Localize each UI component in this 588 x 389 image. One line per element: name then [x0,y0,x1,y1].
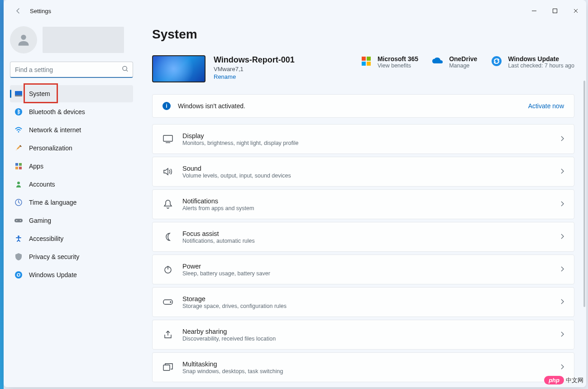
sidebar-item-accounts[interactable]: Accounts [10,176,133,193]
display-icon [163,134,173,144]
chevron-right-icon [560,168,564,176]
desktop-background-sliver [0,0,4,389]
chevron-right-icon [560,200,564,208]
svg-point-30 [170,302,171,303]
sidebar-item-label: Accounts [29,181,55,188]
sidebar-item-label: Time & language [29,199,76,206]
setting-subtitle: Monitors, brightness, night light, displ… [182,140,298,146]
info-icon: i [163,102,171,110]
sidebar-item-personalization[interactable]: Personalization [10,139,133,157]
sound-icon [163,166,173,177]
sidebar-item-label: Gaming [29,217,51,224]
svg-point-2 [21,35,26,40]
windows-update-card[interactable]: Windows Update Last checked: 7 hours ago [491,55,574,69]
setting-nearby-sharing[interactable]: Nearby sharingDiscoverability, received … [152,320,574,350]
setting-storage[interactable]: StorageStorage space, drives, configurat… [152,287,574,317]
setting-multitasking[interactable]: MultitaskingSnap windows, desktops, task… [152,352,574,382]
svg-rect-1 [553,9,557,13]
settings-list: DisplayMonitors, brightness, night light… [152,124,574,382]
setting-title: Storage [182,295,287,303]
svg-rect-25 [163,135,172,141]
activation-banner[interactable]: i Windows isn't activated. Activate now [152,94,574,118]
setting-focus-assist[interactable]: Focus assistNotifications, automatic rul… [152,222,574,252]
svg-rect-15 [14,219,23,222]
sidebar-item-label: Network & internet [29,126,81,134]
svg-rect-21 [367,57,371,61]
sidebar-item-system[interactable]: System [10,85,133,102]
minimize-button[interactable] [524,4,545,18]
sidebar-item-windows-update[interactable]: Windows Update [10,266,133,283]
app-title: Settings [30,8,51,14]
setting-power[interactable]: PowerSleep, battery usage, battery saver [152,255,574,284]
settings-window: Settings Syste [4,0,586,387]
setting-subtitle: Volume levels, output, input, sound devi… [182,173,291,179]
chevron-right-icon [560,331,564,339]
svg-rect-22 [362,62,366,66]
avatar [10,26,37,53]
sidebar-item-time-language[interactable]: Time & language [10,194,133,211]
moon-icon [163,231,173,242]
rename-link[interactable]: Rename [214,73,295,80]
svg-rect-6 [15,95,22,96]
setting-sound[interactable]: SoundVolume levels, output, input, sound… [152,157,574,187]
titlebar: Settings [4,0,586,22]
multitask-icon [163,362,173,373]
sidebar-item-label: Privacy & security [29,253,79,260]
sidebar-item-network[interactable]: Network & internet [10,121,133,139]
svg-rect-10 [19,163,22,166]
search-input[interactable] [10,62,133,78]
person-icon [16,32,31,48]
main-content: System Windows-Report-001 VMware7,1 Rena… [139,22,586,387]
scrollbar[interactable] [583,22,585,387]
onedrive-card[interactable]: OneDrive Manage [432,55,477,69]
power-icon [163,264,173,275]
microsoft-365-card[interactable]: Microsoft 365 View benefits [360,55,418,69]
device-thumbnail[interactable] [152,55,206,82]
scrollbar-thumb[interactable] [583,81,585,307]
maximize-button[interactable] [545,4,565,18]
onedrive-icon [432,55,444,67]
close-button[interactable] [565,4,586,18]
svg-rect-11 [15,167,18,169]
card-title: Windows Update [508,55,574,62]
setting-subtitle: Storage space, drives, configuration rul… [182,303,287,309]
setting-notifications[interactable]: NotificationsAlerts from apps and system [152,189,574,219]
sidebar-item-bluetooth[interactable]: Bluetooth & devices [10,103,133,120]
svg-point-18 [18,235,19,237]
storage-icon [163,297,173,307]
sidebar-item-label: Windows Update [29,271,77,279]
card-subtitle: View benefits [378,62,418,69]
apps-icon [14,162,23,170]
chevron-right-icon [560,135,564,143]
profile-section[interactable] [10,26,133,53]
sidebar-item-accessibility[interactable]: Accessibility [10,230,133,247]
setting-subtitle: Alerts from apps and system [182,205,254,211]
page-title: System [152,27,574,42]
chevron-right-icon [560,265,564,274]
update-icon [491,55,502,67]
setting-display[interactable]: DisplayMonitors, brightness, night light… [152,124,574,154]
setting-subtitle: Notifications, automatic rules [182,238,255,244]
svg-point-24 [492,56,502,66]
setting-title: Sound [182,165,291,172]
bluetooth-icon [14,108,23,116]
sidebar-item-gaming[interactable]: Gaming [10,212,133,229]
back-button[interactable] [11,4,25,18]
svg-point-17 [20,220,21,221]
sidebar-item-privacy[interactable]: Privacy & security [10,248,133,265]
activate-now-link[interactable]: Activate now [528,102,564,110]
accessibility-icon [14,235,23,243]
sidebar-item-label: Bluetooth & devices [29,108,85,115]
chevron-right-icon [560,298,564,306]
setting-subtitle: Snap windows, desktops, task switching [182,368,283,375]
sidebar-item-label: Personalization [29,144,72,152]
sidebar-item-label: System [29,90,50,97]
device-name: Windows-Report-001 [214,55,295,65]
arrow-left-icon [14,7,22,14]
setting-subtitle: Discoverability, received files location [182,336,276,342]
sidebar-item-label: Apps [29,163,43,170]
update-icon [14,271,23,279]
svg-point-16 [16,220,17,221]
sidebar-item-apps[interactable]: Apps [10,158,133,175]
accounts-icon [14,180,23,188]
